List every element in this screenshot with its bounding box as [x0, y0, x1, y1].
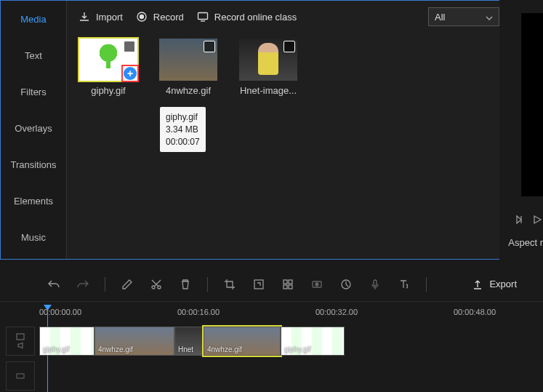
track-header[interactable]: [6, 361, 35, 391]
play-button[interactable]: [531, 214, 543, 228]
side-tab-elements[interactable]: Elements: [1, 183, 66, 219]
side-tab-text[interactable]: Text: [1, 37, 66, 73]
tooltip-size: 3.34 MB: [166, 124, 200, 136]
svg-rect-6: [283, 280, 287, 284]
svg-rect-8: [283, 285, 287, 289]
edit-button[interactable]: [120, 277, 134, 292]
media-label: Hnet-image...: [240, 85, 297, 96]
prev-frame-button[interactable]: [514, 214, 526, 228]
timeline-clip[interactable]: Hnet: [174, 327, 204, 356]
video-track[interactable]: giphy.gif4nwhze.gifHnet4nwhze.gifgiphy.g…: [39, 325, 543, 357]
delete-button[interactable]: [178, 277, 193, 292]
top-region: MediaTextFiltersOverlaysTransitionsEleme…: [0, 0, 543, 260]
media-label: giphy.gif: [91, 85, 125, 96]
export-button[interactable]: Export: [472, 279, 517, 290]
timeline-clip[interactable]: giphy.gif: [281, 327, 345, 356]
svg-rect-14: [17, 334, 24, 340]
chevron-down-icon: [486, 12, 493, 23]
svg-point-3: [152, 286, 155, 289]
record-button[interactable]: Record: [136, 11, 184, 23]
timeline: 00:00:00.0000:00:16.0000:00:32.0000:00:4…: [0, 306, 543, 392]
media-pane: Import Record Record online class All: [66, 1, 543, 259]
duplicate-icon: [204, 41, 215, 52]
svg-rect-15: [17, 374, 24, 378]
undo-button[interactable]: [47, 277, 61, 292]
svg-point-1: [140, 15, 143, 19]
media-grid: +giphy.gif4nwhze.gifHnet-image...: [67, 33, 543, 102]
record-vo-button[interactable]: [310, 277, 324, 292]
add-to-timeline-button[interactable]: +: [121, 65, 139, 82]
timeline-clip[interactable]: 4nwhze.gif: [204, 327, 281, 356]
preview-viewport: [521, 13, 543, 196]
filter-value: All: [435, 12, 445, 23]
timeline-clip[interactable]: giphy.gif: [39, 327, 94, 356]
import-icon: [79, 11, 90, 23]
media-thumbnail[interactable]: +: [79, 39, 137, 81]
record-label: Record: [153, 12, 184, 23]
side-tab-filters[interactable]: Filters: [1, 73, 66, 110]
media-label: 4nwhze.gif: [166, 85, 211, 96]
svg-point-11: [315, 283, 318, 286]
record-icon: [136, 11, 148, 23]
track-header[interactable]: [6, 327, 35, 356]
redo-button[interactable]: [76, 277, 90, 292]
crop-zoom-button[interactable]: [252, 277, 266, 292]
media-toolbar: Import Record Record online class All: [67, 1, 543, 33]
ruler-mark: 00:00:16.00: [177, 308, 220, 316]
svg-rect-13: [374, 280, 377, 286]
svg-rect-2: [198, 13, 207, 20]
ruler-mark: 00:00:32.00: [315, 308, 358, 316]
record-online-button[interactable]: Record online class: [197, 11, 297, 23]
speed-button[interactable]: [339, 277, 353, 292]
svg-rect-9: [289, 285, 292, 289]
clip-row: giphy.gif4nwhze.gifHnet4nwhze.gifgiphy.g…: [39, 327, 345, 356]
side-tab-music[interactable]: Music: [1, 219, 66, 255]
side-tab-media[interactable]: Media: [1, 1, 66, 37]
preview-controls: [514, 214, 543, 228]
crop-button[interactable]: [222, 277, 237, 292]
media-item[interactable]: 4nwhze.gif: [158, 39, 218, 96]
side-tabs: MediaTextFiltersOverlaysTransitionsEleme…: [1, 1, 66, 259]
media-thumbnail[interactable]: [159, 39, 217, 81]
media-thumbnail[interactable]: [239, 39, 297, 81]
ruler-mark: 00:00:48.00: [454, 308, 496, 316]
aspect-label: Aspect r: [508, 237, 543, 248]
import-button[interactable]: Import: [79, 11, 123, 23]
timeline-clip[interactable]: 4nwhze.gif: [94, 327, 174, 356]
tooltip-duration: 00:00:07: [166, 136, 200, 148]
side-tab-transitions[interactable]: Transitions: [1, 146, 66, 183]
ruler-mark: 00:00:00.00: [39, 308, 81, 316]
separator: [207, 277, 208, 292]
mosaic-button[interactable]: [281, 277, 295, 292]
audio-track[interactable]: [39, 360, 543, 392]
svg-point-4: [158, 286, 161, 289]
duplicate-icon: [283, 41, 295, 52]
side-tab-overlays[interactable]: Overlays: [1, 110, 66, 146]
plus-icon: +: [124, 67, 137, 80]
media-item[interactable]: +giphy.gif: [79, 39, 138, 96]
monitor-icon: [197, 11, 209, 23]
filter-select[interactable]: All: [428, 7, 499, 26]
media-tooltip: giphy.gif 3.34 MB 00:00:07: [160, 107, 206, 152]
svg-rect-7: [289, 280, 292, 284]
voiceover-button[interactable]: [368, 277, 382, 292]
preview-pane: Aspect r: [499, 0, 543, 260]
record-online-label: Record online class: [214, 12, 297, 23]
timeline-toolbar: Export: [0, 267, 543, 302]
duplicate-icon: [124, 41, 135, 52]
cut-button[interactable]: [149, 277, 164, 292]
import-label: Import: [96, 12, 123, 23]
svg-rect-5: [254, 280, 263, 289]
tooltip-name: giphy.gif: [166, 111, 200, 124]
separator: [105, 277, 105, 292]
timeline-ruler[interactable]: 00:00:00.0000:00:16.0000:00:32.0000:00:4…: [39, 306, 543, 322]
separator: [426, 277, 427, 292]
media-item[interactable]: Hnet-image...: [238, 39, 298, 96]
text-to-speech-button[interactable]: [397, 277, 411, 292]
export-label: Export: [489, 279, 517, 289]
